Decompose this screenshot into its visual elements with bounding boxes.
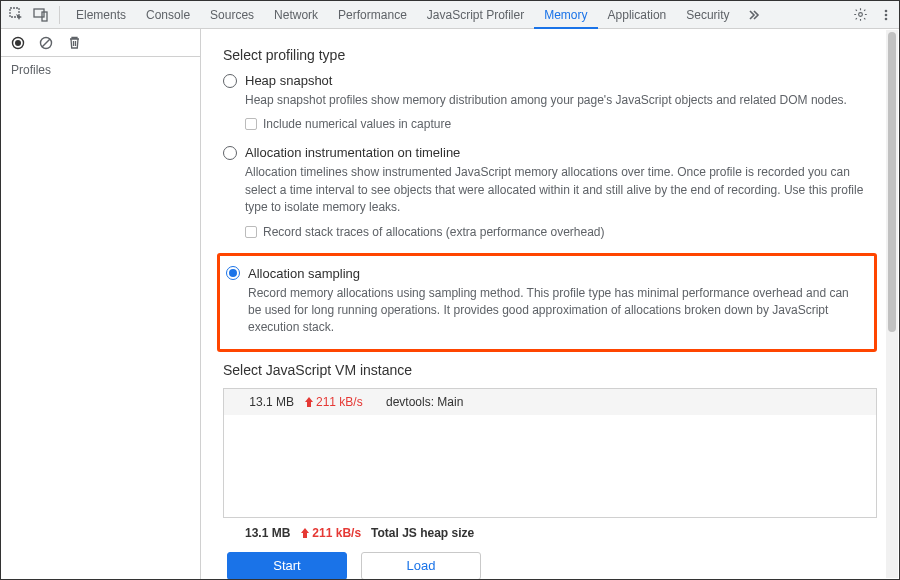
vm-instance-title: Select JavaScript VM instance [223,362,877,378]
svg-point-4 [885,9,888,12]
more-tabs-icon[interactable] [742,4,764,26]
content-panel: Select profiling type Heap snapshot Heap… [201,29,899,579]
option-desc: Allocation timelines show instrumented J… [245,164,865,216]
total-size: 13.1 MB [245,526,290,540]
svg-line-10 [42,39,50,47]
arrow-up-icon [304,396,314,408]
footer-stats: 13.1 MB 211 kB/s Total JS heap size [223,518,877,548]
option-heap-snapshot: Heap snapshot Heap snapshot profiles sho… [223,73,877,131]
profiles-sidebar: Profiles [1,29,201,579]
record-icon[interactable] [9,34,27,52]
tab-memory[interactable]: Memory [534,1,597,29]
radio-allocation-sampling[interactable] [226,266,240,280]
option-label: Heap snapshot [245,73,332,88]
action-buttons: Start Load [223,548,877,579]
svg-point-3 [858,13,862,17]
clear-icon[interactable] [37,34,55,52]
tab-performance[interactable]: Performance [328,1,417,29]
vm-name: devtools: Main [386,395,463,409]
checkbox-include-numerical[interactable] [245,118,257,130]
radio-heap-snapshot[interactable] [223,74,237,88]
tab-elements[interactable]: Elements [66,1,136,29]
devtools-tabbar: Elements Console Sources Network Perform… [1,1,899,29]
svg-point-5 [885,13,888,16]
main-split: Profiles Select profiling type Heap snap… [1,29,899,579]
option-allocation-instrumentation: Allocation instrumentation on timeline A… [223,145,877,238]
tab-console[interactable]: Console [136,1,200,29]
load-button[interactable]: Load [361,552,481,579]
inspect-element-icon[interactable] [7,5,27,25]
svg-point-8 [15,40,21,46]
checkbox-label: Record stack traces of allocations (extr… [263,225,605,239]
divider [59,6,60,24]
vm-instance-row[interactable]: 13.1 MB 211 kB/s devtools: Main [224,389,876,415]
scrollbar-thumb[interactable] [888,32,896,332]
sidebar-section-profiles: Profiles [1,57,200,83]
sidebar-toolbar [1,29,200,57]
option-label: Allocation instrumentation on timeline [245,145,460,160]
tab-sources[interactable]: Sources [200,1,264,29]
tab-js-profiler[interactable]: JavaScript Profiler [417,1,534,29]
option-label: Allocation sampling [248,266,360,281]
settings-gear-icon[interactable] [849,4,871,26]
tab-application[interactable]: Application [598,1,677,29]
option-desc: Heap snapshot profiles show memory distr… [245,92,865,109]
vm-size: 13.1 MB [234,395,294,409]
total-rate: 211 kB/s [300,526,361,540]
device-toolbar-icon[interactable] [31,5,51,25]
tab-security[interactable]: Security [676,1,739,29]
start-button[interactable]: Start [227,552,347,579]
highlighted-selection: Allocation sampling Record memory alloca… [217,253,877,352]
arrow-up-icon [300,527,310,539]
delete-icon[interactable] [65,34,83,52]
profiling-type-title: Select profiling type [223,47,877,63]
option-allocation-sampling: Allocation sampling Record memory alloca… [226,266,864,337]
vm-instance-list: 13.1 MB 211 kB/s devtools: Main [223,388,877,518]
svg-point-6 [885,17,888,20]
tab-network[interactable]: Network [264,1,328,29]
radio-allocation-instrumentation[interactable] [223,146,237,160]
vm-rate: 211 kB/s [304,395,376,409]
option-desc: Record memory allocations using sampling… [248,285,864,337]
total-label: Total JS heap size [371,526,474,540]
vertical-scrollbar[interactable] [886,30,898,578]
checkbox-label: Include numerical values in capture [263,117,451,131]
checkbox-record-stack-traces[interactable] [245,226,257,238]
kebab-menu-icon[interactable] [875,4,897,26]
